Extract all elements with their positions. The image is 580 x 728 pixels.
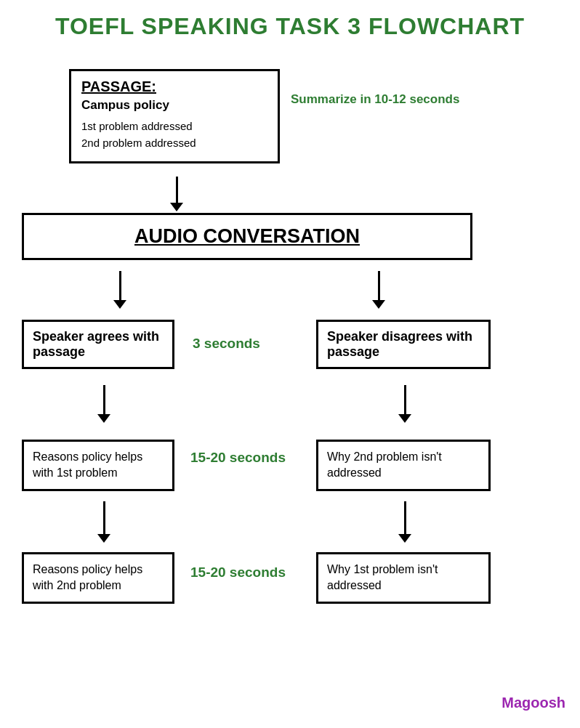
- audio-conversation-box: AUDIO CONVERSATION: [22, 213, 472, 260]
- passage-item2: 2nd problem addressed: [81, 137, 196, 149]
- speaker-disagrees-box: Speaker disagrees with passage: [316, 320, 491, 369]
- label-1520-seconds-b: 15-20 seconds: [190, 563, 286, 583]
- passage-items: 1st problem addressed 2nd problem addres…: [81, 118, 267, 151]
- why2-text: Why 2nd problem isn't addressed: [327, 449, 480, 482]
- why1-box: Why 1st problem isn't addressed: [316, 552, 491, 604]
- audio-title: AUDIO CONVERSATION: [31, 225, 463, 248]
- arrow-passage-to-audio: [170, 177, 183, 211]
- arrow-audio-to-agrees: [113, 271, 126, 309]
- why2-box: Why 2nd problem isn't addressed: [316, 440, 491, 491]
- summarize-label: Summarize in 10-12 seconds: [291, 91, 459, 108]
- arrow-audio-to-disagrees: [372, 271, 385, 309]
- arrow-reasons1-to-reasons2: [97, 501, 110, 543]
- passage-item1: 1st problem addressed: [81, 120, 193, 132]
- label-3-seconds: 3 seconds: [193, 334, 260, 354]
- label-1520-seconds-a: 15-20 seconds: [190, 448, 286, 468]
- passage-box: PASSAGE: Campus policy 1st problem addre…: [69, 69, 280, 163]
- magoosh-branding: Magoosh: [502, 695, 565, 711]
- speaker-agrees-box: Speaker agrees with passage: [22, 320, 174, 369]
- reasons1-text: Reasons policy helps with 1st problem: [33, 449, 164, 482]
- arrow-disagrees-to-why2: [398, 385, 411, 423]
- agrees-text: Speaker agrees with passage: [33, 329, 164, 360]
- reasons1-box: Reasons policy helps with 1st problem: [22, 440, 174, 491]
- reasons2-text: Reasons policy helps with 2nd problem: [33, 562, 164, 594]
- arrow-agrees-to-reasons1: [97, 385, 110, 423]
- why1-text: Why 1st problem isn't addressed: [327, 562, 480, 594]
- passage-title: PASSAGE:: [81, 78, 267, 95]
- passage-subtitle: Campus policy: [81, 98, 267, 113]
- reasons2-box: Reasons policy helps with 2nd problem: [22, 552, 174, 604]
- page-title: TOEFL SPEAKING TASK 3 FLOWCHART: [0, 0, 580, 47]
- arrow-why2-to-why1: [398, 501, 411, 543]
- disagrees-text: Speaker disagrees with passage: [327, 329, 480, 360]
